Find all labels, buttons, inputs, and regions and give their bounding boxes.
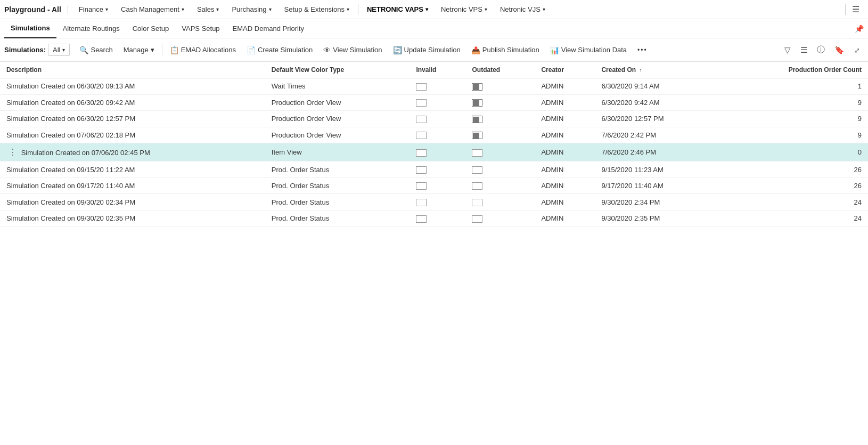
description-link[interactable]: Simulation Created on 09/15/20 11:22 AM (6, 166, 135, 174)
outdated-checkbox[interactable] (472, 132, 482, 139)
table-row[interactable]: Simulation Created on 09/30/20 02:34 PMP… (0, 194, 868, 211)
create-simulation-button[interactable]: 📄 Create Simulation (241, 43, 318, 57)
cell-invalid[interactable] (410, 177, 465, 194)
invalid-checkbox[interactable] (416, 116, 427, 123)
description-link[interactable]: Simulation Created on 06/30/20 09:13 AM (6, 82, 135, 90)
info-button[interactable]: ⓘ (813, 42, 829, 58)
outdated-checkbox[interactable] (472, 83, 482, 91)
table-row[interactable]: Simulation Created on 06/30/20 09:13 AMW… (0, 78, 868, 95)
all-dropdown[interactable]: All ▾ (48, 44, 70, 56)
description-link[interactable]: Simulation Created on 09/30/20 02:34 PM (6, 198, 135, 206)
invalid-checkbox[interactable] (416, 166, 427, 174)
cell-invalid[interactable] (410, 94, 465, 111)
toolbar-separator (162, 44, 162, 56)
nav-item-setup-extensions[interactable]: Setup & Extensions ▾ (278, 0, 356, 19)
sec-nav-color-setup[interactable]: Color Setup (126, 19, 176, 38)
table-row[interactable]: Simulation Created on 09/30/20 02:35 PMP… (0, 210, 868, 226)
table-row[interactable]: Simulation Created on 09/17/20 11:40 AMP… (0, 177, 868, 194)
nav-item-cash-management[interactable]: Cash Management ▾ (114, 0, 191, 19)
cell-invalid[interactable] (410, 127, 465, 143)
table-row[interactable]: ⋮ Simulation Created on 07/06/20 02:45 P… (0, 143, 868, 161)
cell-invalid[interactable] (410, 210, 465, 226)
list-view-button[interactable]: ☰ (797, 43, 811, 58)
col-creator[interactable]: Creator (535, 62, 595, 78)
outdated-checkbox[interactable] (472, 99, 482, 107)
invalid-checkbox[interactable] (416, 149, 427, 157)
row-context-menu-icon[interactable]: ⋮ (6, 148, 19, 157)
more-button[interactable]: ••• (632, 44, 653, 56)
description-link[interactable]: Simulation Created on 06/30/20 12:57 PM (6, 115, 135, 123)
cell-invalid[interactable] (410, 78, 465, 95)
publish-simulation-button[interactable]: 📤 Publish Simulation (466, 43, 545, 57)
expand-button[interactable]: ⤢ (850, 43, 864, 57)
sec-nav-emad-demand-priority[interactable]: EMAD Demand Priority (226, 19, 310, 38)
invalid-checkbox[interactable] (416, 182, 427, 190)
view-simulation-data-button[interactable]: 📊 View Simulation Data (545, 43, 632, 57)
filter-button[interactable]: ▽ (781, 43, 795, 58)
manage-button[interactable]: Manage ▾ (118, 43, 160, 56)
nav-item-purchasing[interactable]: Purchasing ▾ (225, 0, 277, 19)
cell-outdated[interactable] (465, 127, 535, 143)
outdated-checkbox[interactable] (472, 215, 482, 223)
view-simulation-button[interactable]: 👁 View Simulation (318, 43, 387, 57)
cell-outdated[interactable] (465, 78, 535, 95)
cell-outdated[interactable] (465, 177, 535, 194)
update-simulation-button[interactable]: 🔄 Update Simulation (388, 43, 466, 57)
nav-item-netronic-vps[interactable]: Netronic VPS ▾ (435, 0, 494, 19)
table-row[interactable]: Simulation Created on 06/30/20 12:57 PMP… (0, 111, 868, 127)
sec-nav-simulations[interactable]: Simulations (4, 19, 56, 38)
outdated-checkbox[interactable] (472, 149, 482, 157)
table-row[interactable]: Simulation Created on 09/15/20 11:22 AMP… (0, 161, 868, 178)
col-created-on[interactable]: Created On ↑ (595, 62, 722, 78)
invalid-checkbox[interactable] (416, 199, 427, 206)
outdated-checkbox[interactable] (472, 116, 482, 123)
cell-outdated[interactable] (465, 194, 535, 211)
cell-outdated[interactable] (465, 143, 535, 161)
nav-item-netronic-vaps[interactable]: NETRONIC VAPS ▾ (361, 0, 435, 19)
cell-created-on: 9/17/2020 11:40 AM (595, 177, 722, 194)
nav-item-sales[interactable]: Sales ▾ (191, 0, 226, 19)
nav-label-cash-management: Cash Management (121, 5, 179, 13)
bookmark-button[interactable]: 🔖 (831, 43, 848, 58)
cell-invalid[interactable] (410, 194, 465, 211)
description-link[interactable]: Simulation Created on 06/30/20 09:42 AM (6, 99, 135, 107)
cell-invalid[interactable] (410, 111, 465, 127)
invalid-checkbox[interactable] (416, 132, 427, 139)
col-outdated[interactable]: Outdated (465, 62, 535, 78)
cell-invalid[interactable] (410, 143, 465, 161)
sec-nav-vaps-setup[interactable]: VAPS Setup (175, 19, 226, 38)
info-icon: ⓘ (817, 45, 825, 54)
invalid-checkbox[interactable] (416, 215, 427, 223)
outdated-checkbox[interactable] (472, 182, 482, 190)
description-link[interactable]: Simulation Created on 07/06/20 02:18 PM (6, 131, 135, 139)
description-link[interactable]: Simulation Created on 07/06/20 02:45 PM (21, 149, 150, 157)
outdated-checkbox[interactable] (472, 199, 482, 206)
col-default-view-color-type[interactable]: Default View Color Type (265, 62, 410, 78)
cell-outdated[interactable] (465, 210, 535, 226)
invalid-checkbox[interactable] (416, 99, 427, 107)
table-row[interactable]: Simulation Created on 06/30/20 09:42 AMP… (0, 94, 868, 111)
description-link[interactable]: Simulation Created on 09/17/20 11:40 AM (6, 182, 135, 190)
cell-invalid[interactable] (410, 161, 465, 178)
cell-outdated[interactable] (465, 94, 535, 111)
description-link[interactable]: Simulation Created on 09/30/20 02:35 PM (6, 214, 135, 222)
col-description[interactable]: Description (0, 62, 265, 78)
nav-item-finance[interactable]: Finance ▾ (72, 0, 114, 19)
outdated-checkbox[interactable] (472, 166, 482, 174)
sec-nav-alternate-routings[interactable]: Alternate Routings (56, 19, 126, 38)
col-production-order-count[interactable]: Production Order Count (723, 62, 868, 78)
pin-icon[interactable]: 📌 (855, 25, 864, 33)
col-invalid[interactable]: Invalid (410, 62, 465, 78)
cell-creator: ADMIN (535, 78, 595, 95)
emad-allocations-button[interactable]: 📋 EMAD Allocations (165, 43, 241, 57)
invalid-checkbox[interactable] (416, 83, 427, 91)
search-button[interactable]: 🔍 Search (74, 43, 118, 57)
bookmark-icon: 🔖 (834, 45, 845, 54)
table-row[interactable]: Simulation Created on 07/06/20 02:18 PMP… (0, 127, 868, 143)
hamburger-menu-button[interactable]: ☰ (848, 2, 864, 17)
cell-creator: ADMIN (535, 143, 595, 161)
cell-outdated[interactable] (465, 111, 535, 127)
cell-outdated[interactable] (465, 161, 535, 178)
nav-item-netronic-vjs[interactable]: Netronic VJS ▾ (494, 0, 552, 19)
cell-production-order-count: 24 (723, 194, 868, 211)
